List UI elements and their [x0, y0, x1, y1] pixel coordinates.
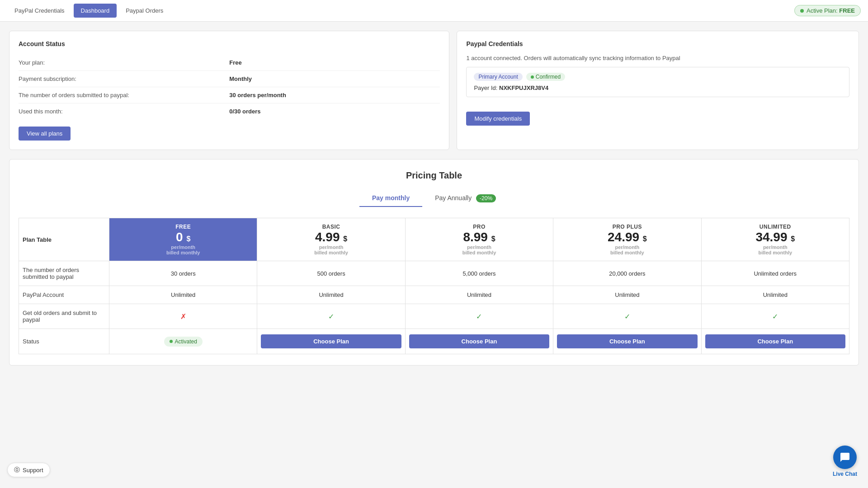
credentials-info-text: 1 account connected. Orders will automat… [466, 55, 849, 61]
pro-plus-old-orders-value: ✓ [553, 304, 701, 329]
free-billing-type: billed monthly [113, 250, 253, 255]
active-plan-badge: Active Plan: FREE [794, 5, 861, 16]
payer-id-label: Payer Id: [474, 84, 497, 91]
plan-header-pro-plus: PRO PLUS 24.99 $ per/month billed monthl… [553, 218, 701, 261]
basic-status-value: Choose Plan [257, 329, 405, 354]
basic-paypal-value: Unlimited [257, 286, 405, 304]
main-content: Account Status Your plan: Free Payment s… [0, 22, 868, 375]
pricing-title: Pricing Table [19, 170, 849, 181]
basic-plan-name: BASIC [261, 224, 401, 230]
basic-old-orders-value: ✓ [257, 304, 405, 329]
plan-header-basic: BASIC 4.99 $ per/month billed monthly [257, 218, 405, 261]
paypal-credentials-title: Paypal Credentials [466, 40, 849, 47]
plan-header-free: FREE 0 $ per/month billed monthly [109, 218, 257, 261]
activated-badge: Activated [164, 337, 203, 347]
modify-credentials-button[interactable]: Modify credentials [466, 112, 530, 126]
payer-id-value: NXKFPUJXRJ8V4 [499, 84, 548, 91]
plan-header-unlimited: UNLIMITED 34.99 $ per/month billed month… [701, 218, 849, 261]
account-status-title: Account Status [19, 40, 440, 47]
confirmed-dot [531, 75, 534, 79]
used-orders-value: 0/30 orders [229, 108, 440, 115]
activated-dot [170, 340, 173, 343]
active-dot [800, 9, 804, 13]
tab-paypal-orders[interactable]: Paypal Orders [118, 4, 170, 18]
unlimited-status-value: Choose Plan [701, 329, 849, 354]
pro-plus-billing-type: billed monthly [557, 250, 697, 255]
discount-badge: -20% [476, 194, 496, 202]
paypal-account-feature-label: PayPal Account [19, 286, 109, 304]
pro-plus-billing-period: per/month [557, 244, 697, 250]
basic-billing-type: billed monthly [261, 250, 401, 255]
credentials-badges: Primary Account Confirmed [474, 73, 842, 81]
view-all-plans-button[interactable]: View all plans [19, 127, 71, 141]
pro-plus-paypal-value: Unlimited [553, 286, 701, 304]
status-feature-row: Status Activated Choose Plan Choose Plan [19, 329, 849, 354]
subscription-value: Monthly [229, 75, 440, 82]
pay-monthly-button[interactable]: Pay monthly [359, 190, 422, 207]
subscription-label: Payment subscription: [19, 75, 229, 82]
free-plan-name: FREE [113, 224, 253, 230]
paypal-account-feature-row: PayPal Account Unlimited Unlimited Unlim… [19, 286, 849, 304]
orders-limit-row: The number of orders submitted to paypal… [19, 87, 440, 103]
basic-orders-value: 500 orders [257, 261, 405, 286]
cross-icon: ✗ [180, 313, 186, 320]
unlimited-plan-name: UNLIMITED [705, 224, 845, 230]
plan-header-pro: PRO 8.99 $ per/month billed monthly [405, 218, 553, 261]
used-orders-row: Used this month: 0/30 orders [19, 103, 440, 119]
pro-old-orders-value: ✓ [405, 304, 553, 329]
confirmed-badge: Confirmed [526, 73, 565, 81]
pro-plus-plan-name: PRO PLUS [557, 224, 697, 230]
unlimited-billing-period: per/month [705, 244, 845, 250]
active-plan-text: Active Plan: FREE [807, 7, 855, 14]
choose-plan-basic-button[interactable]: Choose Plan [261, 334, 401, 348]
account-status-card: Account Status Your plan: Free Payment s… [9, 31, 449, 150]
orders-feature-row: The number of orders submitted to paypal… [19, 261, 849, 286]
pro-plan-price: 8.99 $ [409, 230, 549, 244]
free-orders-value: 30 orders [109, 261, 257, 286]
pro-plus-plan-price: 24.99 $ [557, 230, 697, 244]
old-orders-feature-label: Get old orders and submit to paypal [19, 304, 109, 329]
tab-paypal-credentials[interactable]: PayPal Credentials [7, 4, 72, 18]
orders-limit-label: The number of orders submitted to paypal… [19, 92, 229, 99]
primary-account-badge: Primary Account [474, 73, 522, 81]
unlimited-billing-type: billed monthly [705, 250, 845, 255]
unlimited-paypal-value: Unlimited [701, 286, 849, 304]
pro-plan-name: PRO [409, 224, 549, 230]
used-orders-label: Used this month: [19, 108, 229, 115]
pro-status-value: Choose Plan [405, 329, 553, 354]
free-old-orders-value: ✗ [109, 304, 257, 329]
plan-label: Your plan: [19, 59, 229, 66]
old-orders-feature-row: Get old orders and submit to paypal ✗ ✓ … [19, 304, 849, 329]
choose-plan-unlimited-button[interactable]: Choose Plan [705, 334, 845, 348]
orders-feature-label: The number of orders submitted to paypal [19, 261, 109, 286]
payer-id-row: Payer Id: NXKFPUJXRJ8V4 [474, 84, 842, 91]
free-status-value: Activated [109, 329, 257, 354]
choose-plan-pro-button[interactable]: Choose Plan [409, 334, 549, 348]
subscription-row: Payment subscription: Monthly [19, 71, 440, 87]
check-icon: ✓ [772, 313, 778, 320]
choose-plan-pro-plus-button[interactable]: Choose Plan [557, 334, 697, 348]
status-feature-label: Status [19, 329, 109, 354]
plan-table-label: Plan Table [19, 218, 109, 261]
tab-dashboard[interactable]: Dashboard [74, 4, 117, 18]
plan-row: Your plan: Free [19, 55, 440, 71]
orders-limit-value: 30 orders per/month [229, 92, 440, 99]
pro-orders-value: 5,000 orders [405, 261, 553, 286]
nav-tabs: PayPal Credentials Dashboard Paypal Orde… [7, 4, 170, 18]
pro-paypal-value: Unlimited [405, 286, 553, 304]
credentials-box: Primary Account Confirmed Payer Id: NXKF… [466, 67, 849, 97]
basic-plan-price: 4.99 $ [261, 230, 401, 244]
free-paypal-value: Unlimited [109, 286, 257, 304]
unlimited-orders-value: Unlimited orders [701, 261, 849, 286]
check-icon: ✓ [624, 313, 630, 320]
dashboard-top-row: Account Status Your plan: Free Payment s… [9, 31, 859, 150]
pay-annually-button[interactable]: Pay Annually -20% [422, 190, 509, 207]
billing-toggle: Pay monthly Pay Annually -20% [19, 190, 849, 207]
plan-value: Free [229, 59, 440, 66]
pro-plus-status-value: Choose Plan [553, 329, 701, 354]
pro-plus-orders-value: 20,000 orders [553, 261, 701, 286]
pro-billing-type: billed monthly [409, 250, 549, 255]
pro-billing-period: per/month [409, 244, 549, 250]
check-icon: ✓ [328, 313, 334, 320]
pricing-section: Pricing Table Pay monthly Pay Annually -… [9, 159, 859, 366]
